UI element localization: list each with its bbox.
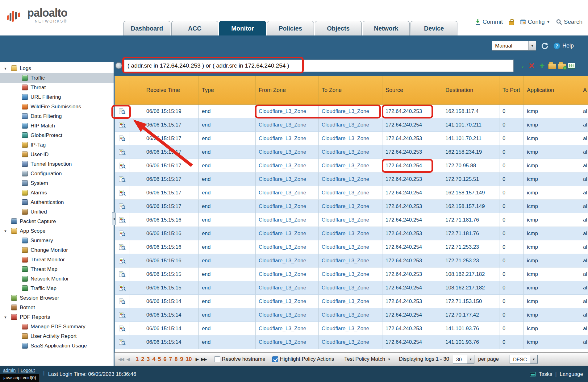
load-filter-icon[interactable] — [558, 64, 566, 69]
column-header[interactable]: A — [580, 76, 588, 104]
nav-tab[interactable]: ACC — [171, 21, 218, 35]
tree-expand-icon[interactable]: ▼ — [4, 315, 11, 319]
log-detail-magnifier-icon[interactable] — [119, 190, 126, 196]
language-button[interactable]: Language — [560, 371, 583, 377]
log-detail-cell[interactable] — [115, 254, 130, 268]
log-row[interactable]: 06/06 15:15:17 end Cloudflare_L3_Zone Cl… — [115, 159, 588, 172]
test-policy-match-button[interactable]: Test Policy Match — [344, 356, 385, 362]
sidebar-item[interactable]: ▼ WildFire Submissions — [0, 102, 114, 111]
sidebar-item[interactable]: ▼ Change Monitor — [0, 245, 114, 255]
log-detail-cell[interactable] — [115, 172, 130, 186]
log-detail-cell[interactable] — [115, 322, 130, 335]
tasks-button[interactable]: Tasks — [539, 371, 552, 377]
log-detail-cell[interactable] — [115, 227, 130, 240]
sidebar-item[interactable]: ▼ Traffic Map — [0, 284, 114, 293]
log-detail-magnifier-icon[interactable] — [119, 244, 126, 250]
log-detail-magnifier-icon[interactable] — [119, 217, 126, 223]
log-row[interactable]: 06/06 15:15:14 end Cloudflare_L3_Zone Cl… — [115, 295, 588, 308]
sidebar-item[interactable]: ▼ Network Monitor — [0, 274, 114, 284]
log-detail-cell[interactable] — [115, 145, 130, 159]
select-dropdown-icon[interactable]: ▼ — [530, 355, 537, 363]
log-filter-input[interactable] — [124, 60, 514, 72]
sidebar-item[interactable]: ▼ Traffic — [0, 73, 114, 83]
log-detail-cell[interactable] — [115, 105, 130, 118]
sidebar-item[interactable]: ▼ IP-Tag — [0, 140, 114, 150]
log-detail-cell[interactable] — [115, 281, 130, 295]
log-detail-cell[interactable] — [115, 186, 130, 200]
log-row[interactable]: 06/06 15:15:14 end Cloudflare_L3_Zone Cl… — [115, 322, 588, 335]
page-number-link[interactable]: 10 — [186, 356, 192, 363]
tree-expand-icon[interactable]: ▼ — [4, 67, 11, 70]
first-page-button[interactable]: ◀◀ — [118, 357, 124, 362]
sidebar-item[interactable]: ▼ Configuration — [0, 169, 114, 178]
clear-filter-icon[interactable] — [527, 61, 536, 70]
log-detail-magnifier-icon[interactable] — [119, 258, 126, 264]
sidebar-item[interactable]: ▼ App Scope — [0, 226, 114, 236]
page-number-link[interactable]: 5 — [158, 356, 161, 363]
export-filter-icon[interactable] — [568, 63, 575, 69]
log-detail-magnifier-icon[interactable] — [119, 149, 126, 155]
sidebar-item[interactable]: ▼ Packet Capture — [0, 217, 114, 226]
save-filter-icon[interactable] — [548, 64, 556, 69]
refresh-mode-select[interactable]: Manual ▼ — [492, 41, 536, 51]
sidebar-collapse-handle[interactable]: ◀ — [112, 212, 116, 225]
apply-filter-icon[interactable] — [517, 61, 525, 70]
filter-menu-icon[interactable] — [115, 62, 122, 69]
column-header[interactable]: Receive Time — [143, 76, 199, 104]
log-detail-magnifier-icon[interactable] — [119, 108, 126, 114]
sidebar-item[interactable]: ▼ PDF Reports — [0, 312, 114, 322]
column-header[interactable]: Source — [382, 76, 442, 104]
log-row[interactable]: 06/06 15:15:16 end Cloudflare_L3_Zone Cl… — [115, 227, 588, 240]
sidebar-item[interactable]: ▼ Summary — [0, 236, 114, 245]
nav-tab[interactable]: Monitor — [219, 21, 266, 35]
column-header[interactable]: Destination — [442, 76, 499, 104]
log-detail-cell[interactable] — [115, 200, 130, 213]
log-detail-magnifier-icon[interactable] — [119, 163, 126, 169]
nav-tab[interactable]: Objects — [315, 21, 362, 35]
column-header[interactable] — [115, 76, 130, 104]
log-row[interactable]: 06/06 15:15:17 end Cloudflare_L3_Zone Cl… — [115, 200, 588, 213]
log-row[interactable]: 06/06 15:15:17 end Cloudflare_L3_Zone Cl… — [115, 118, 588, 132]
log-detail-magnifier-icon[interactable] — [119, 271, 126, 277]
log-detail-magnifier-icon[interactable] — [119, 339, 126, 345]
sidebar-item[interactable]: ▼ Tunnel Inspection — [0, 159, 114, 169]
log-row[interactable]: 06/06 15:15:16 end Cloudflare_L3_Zone Cl… — [115, 213, 588, 227]
page-number-link[interactable]: 2 — [141, 356, 144, 363]
log-row[interactable]: 06/06 15:15:14 end Cloudflare_L3_Zone Cl… — [115, 308, 588, 322]
config-button[interactable]: Config ▼ — [520, 19, 550, 25]
refresh-button[interactable] — [540, 42, 549, 50]
commit-button[interactable]: Commit — [475, 19, 503, 25]
log-row[interactable]: 06/06 15:15:15 end Cloudflare_L3_Zone Cl… — [115, 268, 588, 281]
nav-tab[interactable]: Network — [363, 21, 410, 35]
select-dropdown-icon[interactable]: ▼ — [528, 41, 536, 50]
page-number-link[interactable]: 1 — [136, 356, 139, 363]
next-page-button[interactable]: ▶ — [196, 357, 198, 362]
log-row[interactable]: 06/06 15:15:17 end Cloudflare_L3_Zone Cl… — [115, 186, 588, 200]
log-detail-magnifier-icon[interactable] — [119, 176, 126, 182]
prev-page-button[interactable]: ◀ — [127, 357, 129, 362]
nav-tab[interactable]: Policies — [267, 21, 314, 35]
log-detail-magnifier-icon[interactable] — [119, 203, 126, 210]
nav-tab[interactable]: Device — [411, 21, 457, 35]
log-detail-magnifier-icon[interactable] — [119, 285, 126, 291]
sidebar-item[interactable]: ▼ HIP Match — [0, 121, 114, 131]
tasks-icon[interactable] — [530, 372, 536, 376]
log-row[interactable]: 06/06 15:15:15 end Cloudflare_L3_Zone Cl… — [115, 281, 588, 295]
sidebar-item[interactable]: ▼ GlobalProtect — [0, 131, 114, 140]
sidebar-item[interactable]: ▼ Authentication — [0, 197, 114, 207]
last-page-button[interactable]: ▶▶ — [201, 357, 206, 362]
column-header[interactable]: Application — [524, 76, 580, 104]
select-dropdown-icon[interactable]: ▼ — [467, 355, 474, 363]
sidebar-item[interactable]: ▼ Data Filtering — [0, 111, 114, 121]
sort-order-select[interactable]: DESC ▼ — [510, 355, 537, 364]
sidebar-item[interactable]: ▼ User Activity Report — [0, 331, 114, 341]
highlight-policy-actions-checkbox[interactable] — [272, 356, 278, 362]
column-header[interactable] — [130, 76, 143, 104]
help-button[interactable]: ? Help — [553, 43, 574, 49]
log-detail-cell[interactable] — [115, 213, 130, 227]
log-row[interactable]: 06/06 15:15:17 end Cloudflare_L3_Zone Cl… — [115, 145, 588, 159]
sidebar-item[interactable]: ▼ SaaS Application Usage — [0, 341, 114, 351]
log-detail-cell[interactable] — [115, 295, 130, 308]
log-detail-cell[interactable] — [115, 118, 130, 132]
log-row[interactable]: 06/06 15:15:17 end Cloudflare_L3_Zone Cl… — [115, 132, 588, 145]
